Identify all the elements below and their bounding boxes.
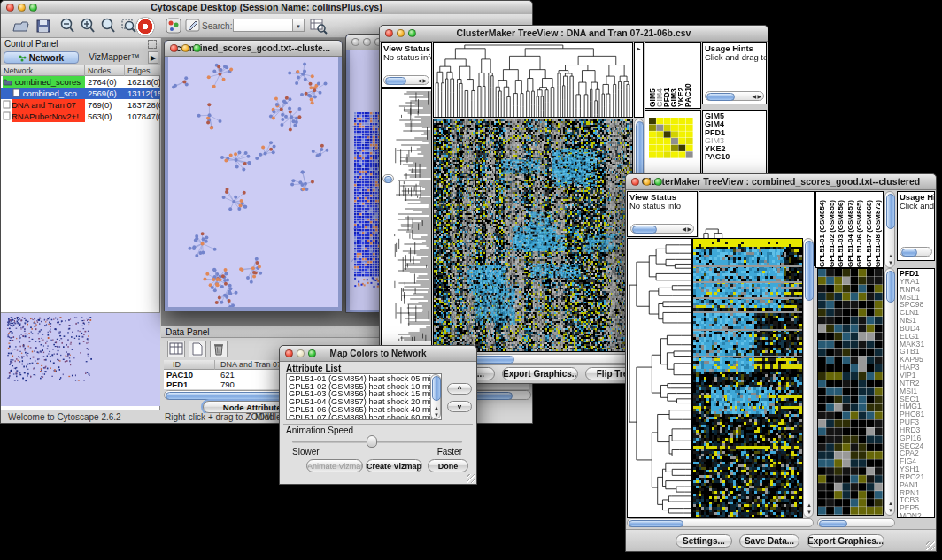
minimize-icon[interactable]	[363, 38, 371, 46]
minimize-icon[interactable]	[397, 29, 405, 37]
heatmap-global[interactable]	[692, 238, 803, 518]
column-label[interactable]: GPL51-08 (GSM872)	[875, 195, 884, 267]
vizmapper-shortcut-icon[interactable]	[165, 17, 183, 35]
resize-grip[interactable]	[926, 541, 935, 550]
column-header[interactable]: Edges	[127, 65, 159, 76]
search-input[interactable]	[233, 19, 293, 32]
tab-network[interactable]: Network	[4, 51, 79, 64]
zoom-window-icon[interactable]	[193, 44, 201, 52]
zoom-window-icon[interactable]	[308, 349, 316, 357]
column-header[interactable]: Network	[4, 65, 85, 76]
birdseye-view[interactable]	[1, 312, 160, 406]
row-dendrogram-panel[interactable]	[381, 88, 432, 352]
control-panel-header: Control Panel	[1, 38, 160, 50]
attribute-browser-icon[interactable]	[309, 17, 328, 35]
zoom-hscrollbar[interactable]	[817, 518, 895, 527]
animation-speed-slider[interactable]	[292, 441, 462, 443]
usage-hints-panel: Usage Hints Click and drag to ◀▶	[702, 42, 767, 104]
desktop: Cytoscape Desktop (Session Name: collins…	[0, 0, 942, 560]
gene-label[interactable]: PAC10	[705, 153, 730, 161]
minimize-icon[interactable]	[18, 4, 26, 12]
export-graphics-button[interactable]: Export Graphics...	[807, 534, 884, 548]
zoom-fit-icon[interactable]	[99, 17, 118, 35]
minimize-icon[interactable]	[297, 349, 305, 357]
row-dendrogram-panel[interactable]	[627, 238, 692, 518]
column-label[interactable]: GPL51-06 (GSM865)	[856, 195, 866, 267]
help-icon[interactable]	[135, 17, 155, 36]
attr-row-id: PAC10	[166, 370, 215, 380]
column-header[interactable]: ID	[173, 360, 215, 370]
save-data-button[interactable]: Save Data...	[739, 534, 799, 548]
close-icon[interactable]	[6, 4, 14, 12]
row-tree-scrollbar[interactable]	[382, 174, 394, 183]
view-status-hscrollbar[interactable]: ◀▶	[630, 224, 694, 234]
attribute-select-icon[interactable]	[167, 341, 185, 357]
network-nodes: 2569(6)	[88, 88, 125, 99]
export-graphics-button[interactable]: Export Graphics...	[502, 367, 578, 380]
zoom-window-icon[interactable]	[29, 4, 37, 12]
network1-titlebar[interactable]: combined_scores_good.txt--cluste...	[165, 41, 342, 57]
column-label[interactable]: GPL51-01 (GSM854)	[819, 195, 829, 267]
column-label[interactable]: PAC10	[684, 47, 691, 107]
gene-label[interactable]: MON2	[900, 512, 924, 518]
view-status-hscrollbar[interactable]: ◀▶	[383, 75, 429, 85]
network-row-combined-scores[interactable]: combined_scores 2764(0) 16218(0)	[1, 76, 160, 88]
control-panel-title: Control Panel	[4, 39, 58, 49]
global-vscrollbar[interactable]: ▲▼	[803, 238, 814, 518]
zoom-in-icon[interactable]	[79, 17, 97, 35]
column-dendrogram-panel[interactable]	[433, 42, 633, 118]
close-icon[interactable]	[385, 29, 393, 37]
dialog-titlebar[interactable]: Map Colors to Network	[280, 346, 476, 362]
float-panel-icon[interactable]	[148, 40, 157, 49]
tab-vizmapper[interactable]: VizMapper™	[82, 51, 146, 64]
move-up-button[interactable]: ^	[447, 383, 472, 395]
save-session-icon[interactable]	[35, 17, 53, 35]
move-down-button[interactable]: v	[447, 401, 472, 412]
annotation-icon[interactable]	[184, 17, 203, 35]
done-button[interactable]: Done	[428, 459, 468, 472]
usage-hints-text: Click and drag to	[898, 202, 934, 211]
treeview1-titlebar[interactable]: ClusterMaker TreeView : DNA and Tran 07-…	[380, 26, 768, 42]
column-header[interactable]: Nodes	[88, 65, 125, 76]
column-tree-scroll-strip[interactable]: ▶	[634, 42, 644, 118]
attribute-list[interactable]: GPL51-01 (GSM854) heat shock 05 minGPL51…	[286, 373, 442, 420]
column-labels-vscrollbar[interactable]: ▲▼	[884, 191, 895, 268]
close-icon[interactable]	[351, 38, 359, 46]
column-labels-panel: GIM5GIM4PFD1GIM3YKE2PAC10	[645, 42, 701, 109]
attribute-item[interactable]: GPL51-07 (GSM868) heat shock 60 min	[289, 414, 441, 420]
zoom-vscrollbar[interactable]: ▲▼	[884, 268, 895, 516]
animate-vizmap-button[interactable]: Animate Vizmap	[306, 459, 363, 472]
resize-grip[interactable]	[467, 474, 475, 483]
minimize-icon[interactable]	[181, 44, 189, 52]
create-vizmap-button[interactable]: Create Vizmap	[366, 459, 422, 472]
close-icon[interactable]	[170, 44, 178, 52]
slider-thumb[interactable]	[367, 435, 377, 448]
close-icon[interactable]	[285, 349, 293, 357]
main-titlebar[interactable]: Cytoscape Desktop (Session Name: collins…	[1, 1, 532, 15]
delete-attribute-icon[interactable]	[210, 341, 228, 357]
treeview2-titlebar[interactable]: ClusterMaker TreeView : combined_scores_…	[626, 174, 936, 190]
network-edges: 107847(0)	[127, 111, 160, 122]
network-row-rnapuber[interactable]: RNAPuberNov2+! 563(0) 107847(0)	[1, 111, 160, 122]
zoom-out-icon[interactable]	[58, 17, 77, 35]
heatmap-main[interactable]	[433, 119, 633, 352]
search-dropdown-icon[interactable]: ▾	[293, 19, 305, 32]
network-row-selected[interactable]: combined_sco 2569(6) 13112(15)	[1, 88, 160, 99]
minimize-icon[interactable]	[643, 178, 651, 186]
view-status-text: No status info f	[382, 53, 431, 62]
global-hscrollbar[interactable]	[627, 518, 814, 527]
tab-overflow-icon[interactable]: ▶	[148, 51, 158, 64]
network1-view[interactable]	[168, 57, 338, 307]
open-session-icon[interactable]	[12, 17, 30, 35]
zoom-window-icon[interactable]	[654, 178, 662, 186]
settings-button[interactable]: Settings...	[676, 534, 732, 548]
zoom-window-icon[interactable]	[408, 29, 416, 37]
usage-hints-hscrollbar[interactable]: ◀▶	[705, 91, 764, 101]
column-label[interactable]: GPL51-03 (GSM856)	[838, 195, 847, 267]
network-row-dna-tran[interactable]: DNA and Tran 07 769(0) 183728(0)	[1, 99, 160, 111]
usage-hints-hscrollbar[interactable]	[900, 247, 932, 257]
attribute-list-vscrollbar[interactable]: ▲▼	[430, 374, 441, 419]
close-icon[interactable]	[631, 178, 639, 186]
heatmap-zoom[interactable]	[817, 268, 884, 516]
new-attribute-icon[interactable]	[189, 341, 206, 357]
